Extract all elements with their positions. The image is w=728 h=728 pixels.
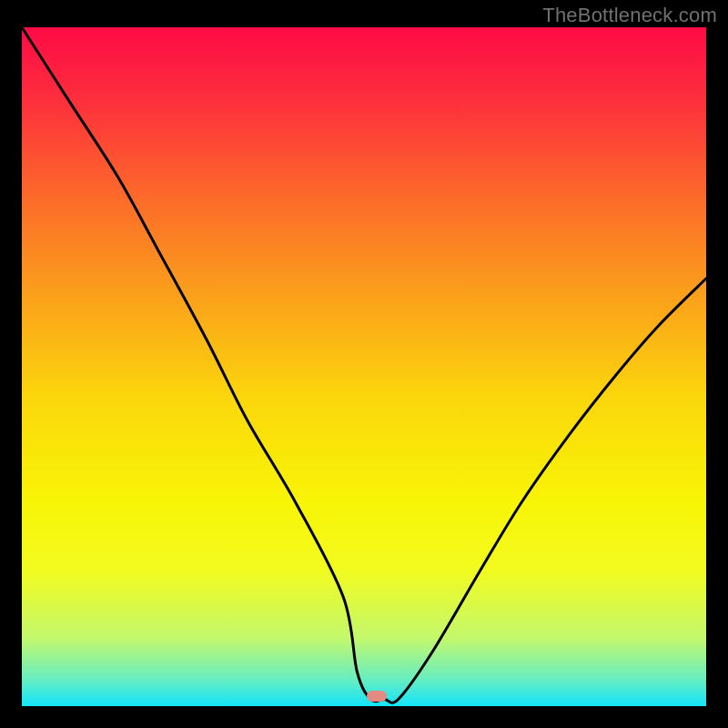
gradient-background (22, 27, 706, 706)
plot-area (22, 27, 706, 706)
bottleneck-plot-svg (22, 27, 706, 706)
watermark-text: TheBottleneck.com (542, 4, 717, 27)
chart-frame: TheBottleneck.com (0, 0, 728, 728)
optimal-point-marker (367, 691, 387, 702)
